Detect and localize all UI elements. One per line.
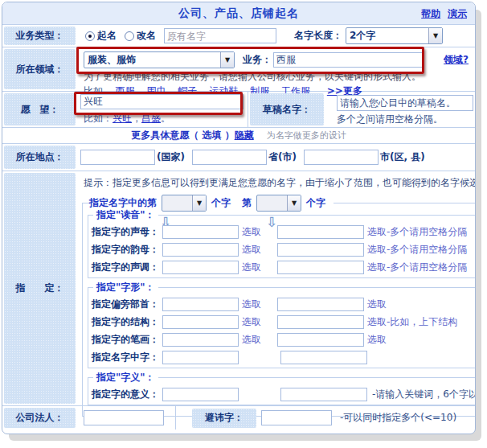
structure-char1-input[interactable] (162, 315, 239, 329)
tone-char2-input[interactable] (277, 261, 364, 274)
shape-legend: 指定"字形"： (93, 281, 158, 294)
pronunciation-fieldset: 指定"读音"： 指定字的声母： 选取 选取-多个请用空格分隔 指定字的韵母： 选… (88, 215, 476, 278)
meaning-char1-input[interactable] (162, 388, 239, 401)
location-label: 所在地点： (4, 146, 76, 169)
legal-person-label: 公司法人： (4, 408, 76, 428)
initial-char2-input[interactable] (277, 225, 364, 239)
radical-char1-input[interactable] (162, 298, 239, 311)
char2-position-select[interactable]: ▼ (256, 195, 301, 212)
radical-char2-input[interactable] (277, 298, 364, 311)
meaning-hint: -请输入关键词，6个字以内 (372, 388, 476, 401)
business-type-label: 业务类型： (4, 27, 76, 45)
draft-name-hint: 多个之间请用空格分隔。 (337, 111, 473, 126)
domain-hint: 为了更精确理解您的相关业务，请您输入公司核心业务，以关键词的形式输入。 (77, 69, 475, 84)
help-link[interactable]: 帮助 (421, 8, 440, 19)
final-char1-pick-link[interactable]: 选取 (242, 243, 271, 257)
rename-radio-label[interactable]: 改名 (137, 29, 156, 43)
specify-hint: 提示：指定更多信息可以得到更满足您意愿的名字，由于缩小了范围，也可能得到的名字候… (77, 171, 476, 190)
structure-char1-pick-link[interactable]: 选取 (242, 315, 271, 329)
city-input[interactable] (304, 150, 379, 165)
pronunciation-legend: 指定"读音"： (93, 208, 158, 222)
more-wish-note: 为名字做更多的设计 (267, 129, 346, 142)
fixed-char1-input[interactable] (162, 351, 239, 364)
initial-char2-pick-link[interactable]: 选取-多个请用空格分隔 (367, 225, 467, 239)
initial-char1-pick-link[interactable]: 选取 (242, 225, 271, 239)
radical-row: 指定偏旁部首： 选取 选取 (92, 295, 476, 313)
name-length-select[interactable]: 2个字 ▼ (346, 27, 443, 44)
wish-row: 愿 望： 比如：兴旺，昌盛。 草稿名字： 多个之间请用空格分隔。 (2, 91, 475, 127)
business-label: 业务： (243, 53, 272, 67)
strokes-row: 指定字的笔画： 选取 选取 (92, 331, 476, 348)
wish-example-link[interactable]: 昌盛 (141, 113, 161, 124)
meaning-fieldset: 指定"字义"： 指定字的意义： -请输入关键词，6个字以内 (88, 377, 476, 405)
draft-name-input[interactable] (337, 95, 473, 111)
chevron-down-icon[interactable]: ▼ (428, 28, 442, 43)
create-name-radio[interactable] (85, 31, 95, 41)
strokes-char2-input[interactable] (277, 333, 364, 347)
demo-link[interactable]: 演示 (448, 8, 467, 19)
final-row: 指定字的韵母： 选取 选取-多个请用空格分隔 (92, 240, 476, 258)
specify-row: 指 定： 提示：指定更多信息可以得到更满足您意愿的名字，由于缩小了范围，也可能得… (2, 171, 475, 405)
legal-person-input[interactable] (84, 410, 164, 425)
domain-help-link[interactable]: 领域? (444, 53, 469, 67)
province-suffix: 省(市) (267, 150, 304, 164)
draft-name-label: 草稿名字： (250, 93, 324, 125)
header-bar: 公司、产品、店铺起名 帮助 演示 (2, 2, 475, 24)
business-input[interactable] (273, 52, 423, 68)
final-char2-input[interactable] (277, 243, 364, 257)
wish-example-link[interactable]: 兴旺 (113, 113, 132, 124)
fixed-char2-input[interactable] (280, 351, 367, 364)
taboo-input[interactable] (261, 410, 332, 425)
location-row: 所在地点： (国家) 省(市) 市(区, 县) (2, 143, 475, 171)
divider (175, 406, 176, 430)
more-wish-title: 更多具体意愿（ 选填 ） (131, 129, 234, 142)
meaning-row: 指定字的意义： -请输入关键词，6个字以内 (92, 385, 476, 403)
initial-row: 指定字的声母： 选取 选取-多个请用空格分隔 (92, 223, 476, 240)
create-name-radio-label[interactable]: 起名 (97, 29, 117, 43)
chevron-down-icon[interactable]: ▼ (220, 52, 234, 68)
radical-char1-pick-link[interactable]: 选取 (242, 298, 271, 311)
structure-char2-input[interactable] (277, 315, 364, 329)
more-wish-row: 更多具体意愿（ 选填 ）隐藏 为名字做更多的设计 (2, 127, 475, 143)
final-char2-pick-link[interactable]: 选取-多个请用空格分隔 (367, 243, 467, 257)
chevron-down-icon[interactable]: ▼ (192, 195, 206, 211)
char1-position-select[interactable]: ▼ (162, 195, 207, 212)
final-char1-input[interactable] (162, 243, 239, 257)
business-type-row: 业务类型： 起名 改名 名字长度： 2个字 ▼ (2, 24, 475, 47)
tone-char1-input[interactable] (162, 261, 239, 274)
page-title: 公司、产品、店铺起名 (2, 6, 475, 21)
specify-label: 指 定： (4, 173, 76, 404)
province-input[interactable] (192, 150, 267, 165)
bottom-row: 公司法人： 避讳字： -可以同时指定多个(<=10) (2, 405, 475, 430)
country-input[interactable] (80, 150, 155, 165)
meaning-legend: 指定"字义"： (93, 371, 158, 384)
naming-form-screenshot: 公司、产品、店铺起名 帮助 演示 业务类型： 起名 改名 名字长度： 2个字 ▼ (0, 0, 487, 448)
tone-row: 指定字的声调： 选取 选取-多个请用空格分隔 (92, 258, 476, 276)
taboo-hint: -可以同时指定多个(<=10) (340, 411, 456, 425)
strokes-char1-input[interactable] (162, 333, 239, 347)
category-value: 服装、服饰 (84, 53, 220, 67)
chevron-down-icon[interactable]: ▼ (287, 195, 301, 211)
old-name-input[interactable] (164, 28, 276, 43)
strokes-char2-pick-link[interactable]: 选取 (367, 333, 387, 347)
category-select[interactable]: 服装、服饰 ▼ (84, 51, 235, 68)
strokes-char1-pick-link[interactable]: 选取 (242, 333, 271, 347)
wish-input[interactable] (80, 94, 244, 109)
hide-link[interactable]: 隐藏 (235, 129, 254, 142)
domain-row: 所在领域： 服装、服饰 ▼ 业务： 领域? 为了更精确理解您的相关业务，请您输入… (2, 47, 475, 91)
tone-char2-pick-link[interactable]: 选取-多个请用空格分隔 (367, 261, 467, 274)
name-length-value: 2个字 (346, 29, 428, 43)
naming-form-panel: 公司、产品、店铺起名 帮助 演示 业务类型： 起名 改名 名字长度： 2个字 ▼ (2, 2, 476, 434)
initial-char1-input[interactable] (162, 225, 239, 239)
taboo-label: 避讳字： (192, 409, 256, 428)
structure-char2-pick-link[interactable]: 选取-比如，上下结构 (367, 315, 457, 329)
meaning-char2-input[interactable] (280, 388, 367, 401)
tone-char1-pick-link[interactable]: 选取 (242, 261, 271, 274)
structure-row: 指定字的结构： 选取 选取-比如，上下结构 (92, 313, 476, 331)
name-length-label: 名字长度： (294, 29, 342, 43)
country-suffix: (国家) (155, 150, 192, 164)
fixed-char-row: 指定名字中字： (92, 348, 476, 366)
header-links: 帮助 演示 (417, 7, 467, 21)
radical-char2-pick-link[interactable]: 选取 (367, 298, 387, 311)
rename-radio[interactable] (125, 31, 134, 41)
